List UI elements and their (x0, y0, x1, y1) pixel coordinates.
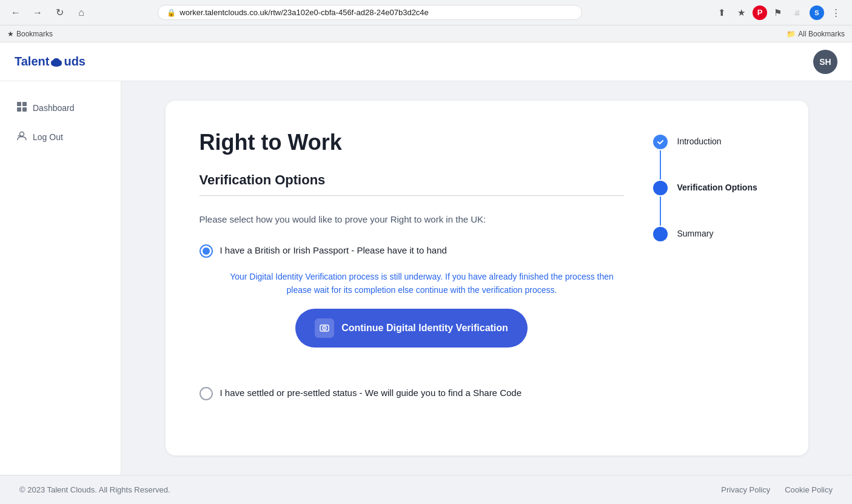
svg-point-11 (324, 328, 325, 329)
sidebar-dashboard-label: Dashboard (33, 103, 75, 113)
all-bookmarks-label: All Bookmarks (798, 30, 845, 38)
bookmarks-right[interactable]: 📁 All Bookmarks (787, 30, 845, 38)
svg-point-3 (53, 58, 60, 64)
back-button[interactable]: ← (7, 4, 24, 21)
logo-cloud-icon (50, 57, 63, 67)
main-area: Dashboard Log Out Right to Work (0, 81, 852, 475)
bookmarks-bar: ★ Bookmarks 📁 All Bookmarks (0, 25, 852, 42)
extensions-button[interactable]: ◽ (789, 4, 806, 21)
content-area: Right to Work Verification Options Pleas… (121, 81, 852, 475)
step-2-connector (653, 181, 668, 227)
logo: Talent uds (15, 55, 86, 69)
menu-button[interactable]: ⋮ (828, 4, 845, 21)
continue-verification-button[interactable]: Continue Digital Identity Verification (295, 309, 528, 348)
info-text: Your Digital Identity Verification proce… (220, 270, 624, 297)
star-icon: ★ (7, 30, 14, 38)
share-button[interactable]: ⬆ (714, 4, 731, 21)
step-1-dot (653, 135, 668, 149)
step-1-label: Introduction (677, 135, 722, 148)
user-avatar-nav[interactable]: SH (813, 50, 837, 74)
cta-label: Continue Digital Identity Verification (341, 323, 508, 334)
section-title: Verification Options (200, 172, 624, 188)
forward-button[interactable]: → (29, 4, 46, 21)
logo-clouds: uds (64, 55, 86, 69)
card-body: Right to Work Verification Options Pleas… (200, 130, 624, 426)
section-divider (200, 195, 624, 196)
svg-rect-7 (22, 107, 27, 112)
logout-icon (17, 131, 27, 143)
svg-rect-6 (17, 107, 21, 112)
profile-button[interactable]: S (808, 4, 825, 21)
app-wrapper: Talent uds SH (0, 42, 852, 504)
step-summary: Summary (653, 227, 774, 241)
url-bar[interactable]: 🔒 worker.talentclouds.co.uk/rtw/23a102e0… (158, 5, 582, 20)
step-3-label: Summary (677, 227, 714, 240)
step-3-dot (653, 227, 668, 241)
home-button[interactable]: ⌂ (73, 4, 90, 21)
radio-passport-circle[interactable] (200, 244, 213, 258)
browser-actions: ⬆ ★ P ⚑ ◽ S ⋮ (714, 4, 845, 21)
svg-rect-5 (22, 102, 27, 106)
radio-option-settled[interactable]: I have settled or pre-settled status - W… (200, 386, 624, 400)
bookmark-star-button[interactable]: ★ (733, 4, 750, 21)
step-2-dot (653, 181, 668, 195)
pinterest-icon: P (753, 5, 767, 20)
description-text: Please select how you would like to prov… (200, 213, 624, 227)
bookmarks-folder-icon: 📁 (787, 30, 796, 38)
logo-talent: Talent (15, 55, 49, 69)
browser-chrome: ← → ↻ ⌂ 🔒 worker.talentclouds.co.uk/rtw/… (0, 0, 852, 25)
step-1-connector (653, 135, 668, 181)
page-title: Right to Work (200, 130, 624, 155)
sidebar-logout-label: Log Out (33, 132, 63, 142)
dashboard-icon (17, 102, 27, 114)
footer-links: Privacy Policy Cookie Policy (721, 485, 833, 494)
url-text: worker.talentclouds.co.uk/rtw/23a102e0-c… (179, 8, 429, 17)
radio-settled-label: I have settled or pre-settled status - W… (220, 386, 522, 399)
step-2-line (660, 197, 661, 226)
reload-button[interactable]: ↻ (51, 4, 68, 21)
sidebar-item-logout[interactable]: Log Out (10, 125, 111, 149)
flag-button[interactable]: ⚑ (770, 4, 787, 21)
top-nav: Talent uds SH (0, 42, 852, 81)
info-box: Your Digital Identity Verification proce… (220, 270, 624, 297)
bookmarks-left: ★ Bookmarks (7, 30, 53, 38)
step-2-label: Verification Options (677, 181, 757, 194)
privacy-policy-link[interactable]: Privacy Policy (721, 485, 770, 494)
lock-icon: 🔒 (167, 8, 176, 17)
main-card: Right to Work Verification Options Pleas… (166, 101, 808, 455)
sidebar-item-dashboard[interactable]: Dashboard (10, 96, 111, 120)
google-avatar: S (810, 5, 824, 20)
radio-settled-circle[interactable] (200, 387, 213, 400)
svg-rect-4 (17, 102, 21, 106)
radio-option-passport[interactable]: I have a British or Irish Passport - Ple… (200, 244, 624, 258)
step-3-connector (653, 227, 668, 241)
sidebar: Dashboard Log Out (0, 81, 121, 475)
steps-sidebar: Introduction Verification Options (653, 130, 774, 426)
footer-copyright: © 2023 Talent Clouds. All Rights Reserve… (19, 485, 170, 494)
verification-icon (315, 318, 334, 338)
radio-passport-label: I have a British or Irish Passport - Ple… (220, 244, 447, 257)
footer: © 2023 Talent Clouds. All Rights Reserve… (0, 475, 852, 504)
step-verification-options: Verification Options (653, 181, 774, 227)
bookmarks-label: Bookmarks (16, 30, 53, 38)
cookie-policy-link[interactable]: Cookie Policy (785, 485, 833, 494)
step-introduction: Introduction (653, 135, 774, 181)
step-1-line (660, 150, 661, 180)
